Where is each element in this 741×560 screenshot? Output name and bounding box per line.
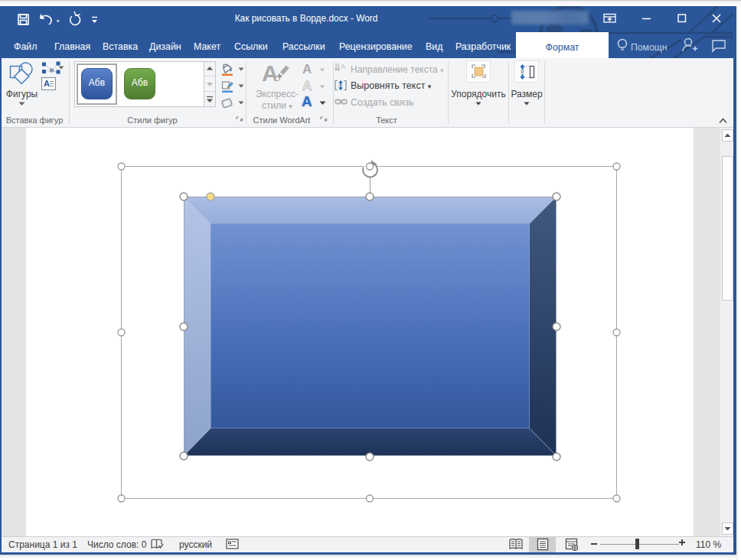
svg-text:A: A [262,60,279,86]
svg-text:A: A [341,63,345,70]
svg-text:А: А [44,79,50,88]
